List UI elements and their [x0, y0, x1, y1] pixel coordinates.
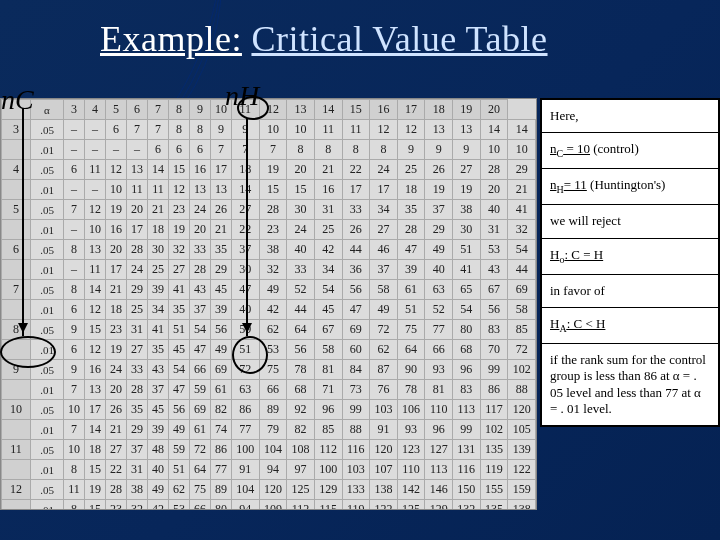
cv-cell: 49 [211, 340, 232, 360]
cv-cell: 43 [148, 360, 169, 380]
row-n-label: 10 [2, 400, 31, 420]
row-n-label [2, 140, 31, 160]
title-part2: Critical Value Table [251, 19, 547, 59]
row-alpha: .01 [31, 500, 64, 511]
cv-cell: 72 [190, 440, 211, 460]
cv-cell: 135 [480, 440, 508, 460]
cv-cell: 47 [232, 280, 260, 300]
cv-cell: 112 [287, 500, 315, 511]
cv-cell: 30 [287, 200, 315, 220]
cv-cell: 75 [259, 360, 287, 380]
cv-cell: 9 [425, 140, 453, 160]
col-header: 18 [425, 100, 453, 120]
cv-cell: 45 [211, 280, 232, 300]
cv-cell: 18 [106, 300, 127, 320]
cv-cell: – [106, 140, 127, 160]
cv-cell: 40 [148, 460, 169, 480]
col-header: 20 [480, 100, 508, 120]
cv-cell: 56 [342, 280, 370, 300]
cv-cell: 11 [85, 260, 106, 280]
cv-cell: 38 [127, 480, 148, 500]
cv-cell: 6 [64, 300, 85, 320]
cv-cell: 45 [314, 300, 342, 320]
cv-cell: 27 [169, 260, 190, 280]
row-alpha: .05 [31, 320, 64, 340]
cv-cell: 16 [190, 160, 211, 180]
cv-cell: 11 [64, 480, 85, 500]
cv-cell: 19 [425, 180, 453, 200]
cv-cell: 11 [127, 180, 148, 200]
critical-value-table: α345678910111213141516171819203.05––6778… [1, 99, 536, 510]
cv-cell: 129 [425, 500, 453, 511]
cv-cell: 10 [259, 120, 287, 140]
cv-cell: 138 [370, 480, 398, 500]
cv-cell: 61 [211, 380, 232, 400]
cv-cell: 29 [211, 260, 232, 280]
cv-cell: 13 [127, 160, 148, 180]
row-alpha: .05 [31, 400, 64, 420]
row-n-label: 11 [2, 440, 31, 460]
cv-cell: 17 [370, 180, 398, 200]
cv-cell: 28 [190, 260, 211, 280]
cv-cell: 20 [287, 160, 315, 180]
row-alpha: .01 [31, 340, 64, 360]
row-alpha: .05 [31, 480, 64, 500]
cv-cell: 66 [259, 380, 287, 400]
cv-cell: 62 [169, 480, 190, 500]
cv-cell: 66 [190, 500, 211, 511]
cv-cell: 20 [127, 200, 148, 220]
cv-cell: 96 [314, 400, 342, 420]
cv-cell: 21 [211, 220, 232, 240]
cv-cell: 49 [370, 300, 398, 320]
cv-cell: 21 [148, 200, 169, 220]
cv-cell: – [85, 140, 106, 160]
cv-cell: 91 [370, 420, 398, 440]
cv-cell: 14 [148, 160, 169, 180]
cv-cell: – [64, 220, 85, 240]
row-alpha: .05 [31, 200, 64, 220]
cv-cell: 129 [314, 480, 342, 500]
row-alpha: .01 [31, 140, 64, 160]
cv-cell: 54 [453, 300, 481, 320]
cv-cell: 52 [287, 280, 315, 300]
cv-cell: 33 [127, 360, 148, 380]
cv-cell: 16 [85, 360, 106, 380]
cv-cell: 68 [453, 340, 481, 360]
cv-cell: 25 [314, 220, 342, 240]
cv-cell: 47 [342, 300, 370, 320]
cv-cell: 19 [85, 480, 106, 500]
cv-cell: 85 [508, 320, 536, 340]
cv-cell: 93 [425, 360, 453, 380]
cv-cell: 20 [106, 380, 127, 400]
cv-cell: 44 [508, 260, 536, 280]
cv-cell: 120 [370, 440, 398, 460]
cv-cell: 45 [169, 340, 190, 360]
cv-cell: 10 [508, 140, 536, 160]
cv-cell: 9 [64, 320, 85, 340]
cv-cell: 120 [508, 400, 536, 420]
cv-cell: 11 [85, 160, 106, 180]
cv-cell: 97 [287, 460, 315, 480]
cv-cell: 37 [190, 300, 211, 320]
cv-cell: 54 [314, 280, 342, 300]
cv-cell: 19 [259, 160, 287, 180]
cv-cell: 23 [106, 320, 127, 340]
cv-cell: 12 [169, 180, 190, 200]
cv-cell: 49 [169, 420, 190, 440]
cv-cell: 10 [64, 440, 85, 460]
row-n-label [2, 460, 31, 480]
row-alpha: .05 [31, 120, 64, 140]
cv-cell: 88 [342, 420, 370, 440]
cv-cell: 61 [190, 420, 211, 440]
cv-cell: – [64, 120, 85, 140]
cv-cell: 40 [425, 260, 453, 280]
cv-cell: 21 [508, 180, 536, 200]
cv-cell: 24 [127, 260, 148, 280]
info-line: nC = 10 (control) [542, 133, 718, 169]
cv-cell: 17 [106, 260, 127, 280]
row-alpha: .05 [31, 160, 64, 180]
row-alpha: .01 [31, 260, 64, 280]
cv-cell: 66 [190, 360, 211, 380]
cv-cell: 110 [397, 460, 425, 480]
cv-cell: 7 [211, 140, 232, 160]
